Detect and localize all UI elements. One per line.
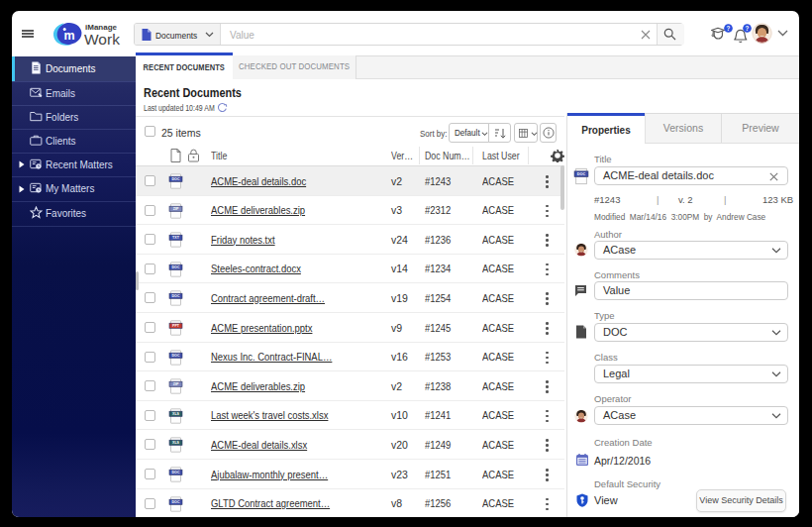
svg-text:ZIP: ZIP bbox=[173, 382, 179, 386]
svg-text:?: ? bbox=[746, 25, 750, 32]
svg-text:TXT: TXT bbox=[172, 236, 180, 240]
svg-text:m: m bbox=[63, 29, 74, 43]
svg-text:PPT: PPT bbox=[172, 324, 180, 328]
svg-text:DOC: DOC bbox=[172, 265, 180, 269]
svg-text:XLS: XLS bbox=[172, 412, 180, 416]
svg-text:DOC: DOC bbox=[172, 295, 180, 299]
svg-text:?: ? bbox=[727, 25, 731, 32]
svg-text:DOC: DOC bbox=[172, 354, 180, 358]
svg-text:DOC: DOC bbox=[172, 177, 180, 181]
svg-text:DOC: DOC bbox=[172, 471, 180, 474]
svg-text:ZIP: ZIP bbox=[173, 207, 179, 211]
svg-text:DOC: DOC bbox=[577, 172, 586, 176]
svg-text:XLS: XLS bbox=[172, 442, 180, 446]
svg-text:DOC: DOC bbox=[172, 500, 180, 504]
